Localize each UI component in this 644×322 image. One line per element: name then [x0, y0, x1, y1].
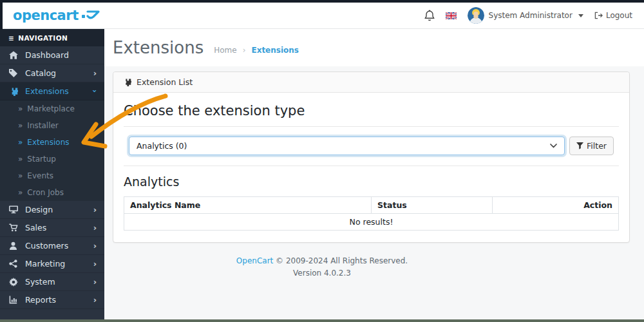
sidebar-item-label: Design — [25, 205, 53, 214]
logout-label: Logout — [606, 11, 632, 20]
page-header: Extensions Home › Extensions — [104, 29, 644, 66]
user-avatar — [468, 7, 484, 24]
chart-icon — [9, 296, 20, 304]
sidebar-item-catalog[interactable]: Catalog › — [0, 64, 104, 82]
sidebar-subitem-cron-jobs[interactable]: » Cron Jobs — [0, 184, 104, 201]
sidebar-subitem-startup[interactable]: » Startup — [0, 151, 104, 167]
extension-type-select[interactable]: Analytics (0) — [129, 137, 565, 155]
sidebar-item-customers[interactable]: Customers › — [0, 237, 104, 255]
language-flag-icon[interactable] — [446, 12, 457, 19]
monitor-icon — [9, 205, 20, 214]
opencart-cart-icon — [81, 9, 100, 21]
gear-icon — [9, 278, 20, 287]
double-chevron-icon: » — [18, 138, 22, 147]
sidebar-item-reports[interactable]: Reports › — [0, 291, 104, 309]
column-header-status: Status — [372, 197, 493, 214]
logout-icon — [594, 12, 603, 19]
opencart-footer-link[interactable]: OpenCart — [236, 256, 273, 265]
puzzle-icon — [9, 87, 20, 96]
analytics-table: Analytics Name Status Action No results! — [124, 196, 619, 231]
home-icon — [9, 51, 20, 59]
analytics-section-heading: Analytics — [124, 175, 619, 189]
panel-title: Extension List — [137, 77, 193, 87]
column-header-action: Action — [493, 197, 619, 214]
window-bottom-edge — [0, 319, 644, 322]
sidebar-item-label: Marketing — [25, 259, 65, 269]
navigation-header: ≡ NAVIGATION — [0, 29, 104, 46]
filter-button-label: Filter — [587, 141, 607, 151]
sidebar-item-label: Dashboard — [25, 50, 69, 60]
breadcrumb-extensions-link[interactable]: Extensions — [251, 46, 299, 55]
puzzle-icon — [123, 78, 131, 86]
navigation-title: NAVIGATION — [18, 34, 68, 42]
chevron-right-icon: › — [93, 205, 97, 214]
sidebar-item-design[interactable]: Design › — [0, 201, 104, 219]
chevron-right-icon: › — [93, 242, 97, 250]
sidebar-subitem-extensions[interactable]: » Extensions — [0, 134, 104, 151]
sidebar-subitem-label: Cron Jobs — [27, 188, 64, 197]
column-header-analytics-name: Analytics Name — [124, 197, 372, 214]
sidebar-item-label: Reports — [25, 295, 56, 305]
sidebar-subitem-label: Startup — [27, 155, 56, 164]
sidebar-item-label: Sales — [25, 223, 46, 232]
sidebar-subitem-marketplace[interactable]: » Marketplace — [0, 100, 104, 117]
chevron-right-icon: › — [93, 223, 97, 232]
sidebar-item-marketing[interactable]: Marketing › — [0, 255, 104, 273]
select-chevron-icon — [550, 144, 557, 148]
sidebar-navigation: ≡ NAVIGATION Dashboard Catalog › Extensi… — [0, 29, 104, 319]
chevron-right-icon: › — [93, 69, 97, 77]
logout-button[interactable]: Logout — [594, 11, 632, 20]
chevron-down-icon: › — [91, 90, 99, 93]
sidebar-subitem-label: Installer — [27, 121, 58, 130]
double-chevron-icon: » — [18, 188, 22, 197]
chevron-right-icon: › — [93, 296, 97, 304]
user-name: System Administrator — [489, 11, 573, 20]
hamburger-icon: ≡ — [8, 34, 14, 42]
choose-extension-type-heading: Choose the extension type — [124, 103, 619, 118]
panel-header: Extension List — [113, 72, 629, 93]
cart-icon — [9, 223, 20, 232]
extensions-submenu: » Marketplace » Installer » Extensions »… — [0, 100, 104, 201]
divider — [124, 126, 619, 127]
sidebar-item-label: Catalog — [25, 68, 56, 78]
sidebar-subitem-label: Marketplace — [27, 104, 75, 113]
extension-list-panel: Extension List Choose the extension type… — [113, 71, 630, 243]
chevron-right-icon: › — [93, 260, 97, 268]
opencart-logo[interactable]: opencart — [13, 9, 100, 23]
double-chevron-icon: » — [18, 121, 22, 130]
no-results-message: No results! — [124, 214, 619, 231]
copyright-text: © 2009-2024 All Rights Reserved. — [276, 256, 408, 265]
double-chevron-icon: » — [18, 155, 22, 164]
tag-icon — [9, 69, 20, 77]
extension-type-row: Analytics (0) Filter — [129, 137, 614, 155]
filter-button[interactable]: Filter — [569, 137, 614, 155]
double-chevron-icon: » — [18, 171, 22, 180]
sidebar-item-system[interactable]: System › — [0, 273, 104, 291]
notifications-bell-icon[interactable] — [424, 10, 435, 21]
window-top-edge — [0, 0, 644, 3]
table-row: No results! — [124, 214, 619, 231]
sidebar-subitem-installer[interactable]: » Installer — [0, 117, 104, 134]
sidebar-subitem-events[interactable]: » Events — [0, 167, 104, 184]
sidebar-subitem-label: Extensions — [27, 138, 69, 147]
funnel-icon — [576, 142, 583, 149]
sidebar-subitem-label: Events — [27, 171, 53, 180]
sidebar-item-label: Customers — [25, 241, 68, 251]
divider — [124, 166, 619, 166]
user-icon — [9, 242, 20, 250]
breadcrumb-separator-icon: › — [243, 46, 246, 55]
opencart-logo-text: opencart — [13, 9, 79, 23]
sidebar-item-label: Extensions — [25, 86, 69, 96]
breadcrumb-home-link[interactable]: Home — [214, 46, 236, 55]
sidebar-item-sales[interactable]: Sales › — [0, 219, 104, 237]
sidebar-item-extensions[interactable]: Extensions › — [0, 82, 104, 100]
window-left-edge — [0, 0, 3, 30]
content-area: Extension List Choose the extension type… — [104, 66, 644, 243]
caret-down-icon — [578, 14, 583, 17]
extension-type-selected-value: Analytics (0) — [137, 141, 187, 151]
user-menu[interactable]: System Administrator — [468, 7, 583, 24]
sidebar-item-dashboard[interactable]: Dashboard — [0, 46, 104, 64]
share-icon — [9, 260, 20, 268]
sidebar-item-label: System — [25, 277, 55, 287]
panel-body: Choose the extension type Analytics (0) … — [113, 93, 629, 242]
